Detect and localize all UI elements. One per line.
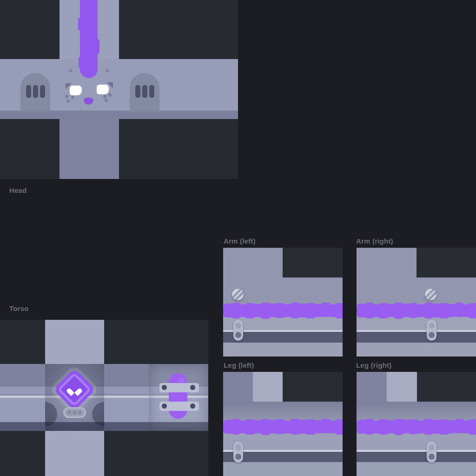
arm-left-texture-canvas[interactable] — [223, 248, 343, 357]
purple-seam-stripe — [223, 303, 343, 323]
bottom-row — [223, 343, 343, 357]
freckle-dot — [65, 95, 68, 98]
leg-left-texture-canvas[interactable] — [223, 372, 343, 476]
leg-left-label: Leg (left) — [224, 361, 254, 369]
bottom-row — [357, 343, 476, 357]
brow-dot — [106, 69, 109, 73]
brow-dot — [69, 69, 73, 73]
zipper-pull-icon — [427, 320, 436, 341]
purple-seam-stripe — [357, 419, 476, 439]
head-bottom-arm — [60, 119, 119, 179]
freckle-dot — [105, 99, 108, 102]
accent-stripe-bump — [78, 18, 82, 31]
freckle-dot — [66, 99, 70, 103]
armhole-shadow — [92, 402, 104, 426]
thigh-gradient — [223, 402, 343, 420]
freckle-dot — [71, 96, 74, 99]
uv-notch — [416, 248, 476, 278]
leg-right-texture-canvas[interactable] — [357, 372, 476, 476]
arm-right-label: Arm (right) — [356, 237, 393, 245]
arm-right-texture-canvas[interactable] — [357, 248, 476, 357]
zipper-pull-icon — [427, 442, 436, 463]
freckle-dot — [103, 95, 106, 98]
uv-square-light — [387, 372, 417, 402]
head-label: Head — [9, 186, 26, 194]
head-band-shadow-strip — [0, 111, 238, 119]
seam-dark-band — [357, 332, 476, 343]
ear-vent-icon — [20, 73, 50, 112]
uv-notch — [417, 372, 476, 402]
bottom-row — [223, 462, 343, 476]
uv-square-dark — [357, 372, 387, 402]
triple-dot-plate-icon — [63, 407, 86, 418]
screw-icon — [232, 289, 244, 300]
ear-vent-icon — [130, 73, 159, 112]
head-texture-canvas[interactable] — [0, 0, 238, 179]
thigh-gradient — [357, 402, 476, 420]
eye-left — [70, 86, 82, 95]
freckle-dot — [108, 93, 112, 97]
torso-top-arm — [45, 320, 104, 364]
purple-seam-stripe — [223, 419, 343, 439]
rivet-dot — [162, 385, 167, 390]
arm-left-label: Arm (left) — [224, 237, 256, 245]
zipper-pull-icon — [233, 442, 243, 463]
seam-dark-band — [357, 452, 476, 462]
zipper-pull-icon — [233, 320, 243, 341]
accent-stripe — [80, 0, 98, 78]
torso-label: Torso — [9, 304, 29, 312]
skin-editor-page: Head Torso — [0, 0, 476, 476]
rivet-dot — [190, 403, 195, 409]
uv-notch — [283, 248, 343, 278]
rivet-dot — [162, 403, 167, 409]
torso-texture-canvas[interactable] — [0, 320, 208, 476]
uv-notch — [283, 372, 343, 402]
bottom-row — [357, 462, 476, 476]
uv-square-dark — [223, 372, 253, 402]
rivet-dot — [190, 385, 195, 390]
striped-capsule-latch-icon — [169, 373, 187, 419]
armhole-shadow — [45, 402, 57, 426]
torso-bottom-arm — [45, 431, 104, 476]
uv-square-light — [253, 372, 283, 402]
screw-icon — [425, 289, 436, 300]
eye-right — [97, 85, 109, 94]
leg-right-label: Leg (right) — [356, 361, 391, 369]
accent-stripe-bump — [79, 57, 82, 68]
heart-icon — [70, 385, 79, 394]
accent-stripe-bump — [95, 39, 99, 54]
purple-seam-stripe — [357, 303, 476, 323]
